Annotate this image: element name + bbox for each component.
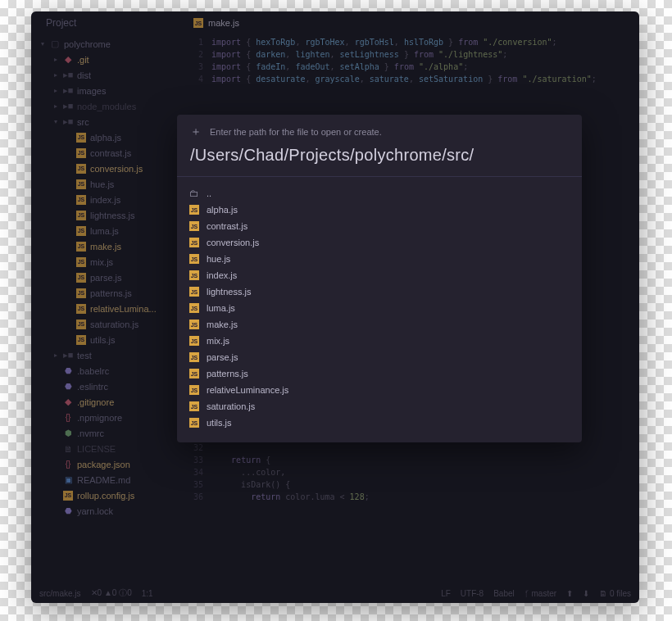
file-name: patterns.js: [207, 369, 248, 378]
js-icon: JS: [189, 320, 199, 329]
file-list-item[interactable]: JSparse.js: [188, 349, 570, 365]
file-name: relativeLuminance.js: [207, 385, 288, 395]
js-icon: JS: [189, 369, 199, 378]
file-list: 🗀..JSalpha.jsJScontrast.jsJSconversion.j…: [177, 185, 582, 442]
js-icon: JS: [189, 287, 199, 297]
editor-window: Project JS make.js ▾ ▢ polychrome ▸◆.git…: [31, 11, 639, 603]
plus-icon: ＋: [190, 125, 202, 139]
path-input[interactable]: /Users/Chad/Projects/polychrome/src/: [177, 143, 582, 176]
file-name: mix.js: [207, 336, 229, 346]
file-list-item[interactable]: 🗀..: [188, 185, 570, 202]
file-list-item[interactable]: JSlightness.js: [188, 283, 570, 300]
file-name: contrast.js: [207, 221, 247, 231]
file-list-item[interactable]: JSindex.js: [188, 267, 570, 283]
file-name: parse.js: [207, 352, 238, 362]
js-icon: JS: [189, 205, 199, 215]
file-name: alpha.js: [207, 205, 238, 215]
file-list-item[interactable]: JSrelativeLuminance.js: [188, 382, 570, 398]
dialog-hint: Enter the path for the file to open or c…: [210, 127, 382, 137]
file-list-item[interactable]: JSconversion.js: [188, 234, 570, 251]
js-icon: JS: [189, 303, 199, 313]
file-list-item[interactable]: JSalpha.js: [188, 202, 570, 218]
file-name: ..: [207, 188, 211, 198]
file-name: hue.js: [207, 254, 230, 264]
js-icon: JS: [189, 336, 199, 346]
file-list-item[interactable]: JSutils.js: [188, 415, 570, 431]
file-name: conversion.js: [207, 238, 259, 247]
folder-up-icon: 🗀: [188, 188, 200, 199]
file-list-item[interactable]: JSmix.js: [188, 333, 570, 349]
file-name: lightness.js: [207, 287, 251, 297]
file-name: index.js: [207, 270, 237, 280]
js-icon: JS: [189, 385, 199, 395]
divider: [177, 176, 582, 177]
file-name: utils.js: [207, 418, 232, 428]
file-list-item[interactable]: JShue.js: [188, 251, 570, 267]
js-icon: JS: [189, 401, 199, 411]
file-list-item[interactable]: JSpatterns.js: [188, 365, 570, 382]
file-list-item[interactable]: JSsaturation.js: [188, 398, 570, 415]
js-icon: JS: [189, 418, 199, 428]
file-name: make.js: [207, 320, 238, 329]
js-icon: JS: [189, 352, 199, 362]
file-list-item[interactable]: JSluma.js: [188, 300, 570, 316]
js-icon: JS: [189, 221, 199, 231]
js-icon: JS: [189, 238, 199, 247]
file-name: saturation.js: [207, 401, 255, 411]
file-name: luma.js: [207, 303, 235, 313]
js-icon: JS: [189, 254, 199, 264]
file-list-item[interactable]: JScontrast.js: [188, 218, 570, 234]
file-list-item[interactable]: JSmake.js: [188, 316, 570, 333]
js-icon: JS: [189, 270, 199, 280]
open-file-dialog: ＋ Enter the path for the file to open or…: [177, 115, 582, 442]
